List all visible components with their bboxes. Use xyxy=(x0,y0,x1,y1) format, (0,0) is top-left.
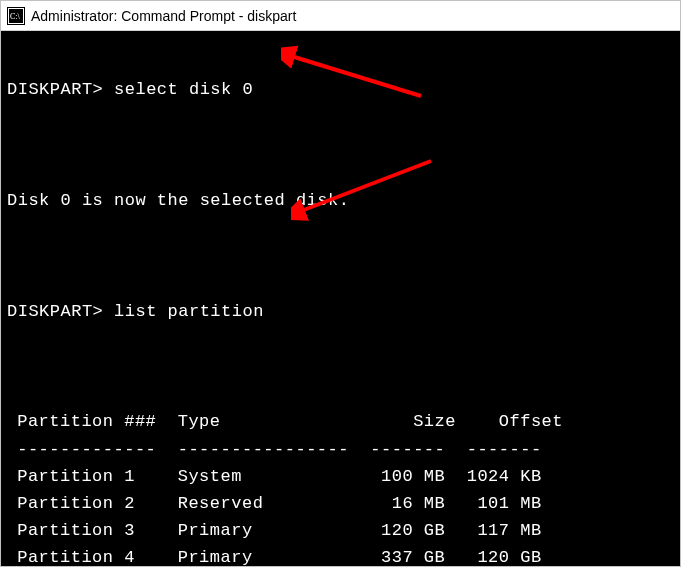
blank-line xyxy=(7,243,670,270)
header-size: Size xyxy=(370,412,456,431)
cmd-icon: C:\ xyxy=(7,7,25,25)
prompt-line-2: DISKPART> list partition xyxy=(7,298,670,325)
header-type: Type xyxy=(178,412,371,431)
command-2: list partition xyxy=(114,302,264,321)
table-row: Partition 2 Reserved 16 MB 101 MB xyxy=(17,494,541,513)
prompt-line-1: DISKPART> select disk 0 xyxy=(7,76,670,103)
table-row: Partition 4 Primary 337 GB 120 GB xyxy=(17,548,541,567)
partition-table: Partition ### Type Size Offset ---------… xyxy=(17,408,670,567)
terminal-output[interactable]: DISKPART> select disk 0 Disk 0 is now th… xyxy=(1,31,680,566)
command-1: select disk 0 xyxy=(114,80,253,99)
prompt: DISKPART> xyxy=(7,302,103,321)
header-partition: Partition ### xyxy=(17,412,178,431)
header-offset: Offset xyxy=(488,412,563,431)
blank-line xyxy=(7,133,670,160)
table-divider-row: ------------- ---------------- ------- -… xyxy=(17,440,541,459)
window-title: Administrator: Command Prompt - diskpart xyxy=(31,8,296,24)
command-prompt-window: C:\ Administrator: Command Prompt - disk… xyxy=(0,0,681,567)
blank-line xyxy=(7,354,670,381)
table-row: Partition 3 Primary 120 GB 117 MB xyxy=(17,521,541,540)
prompt: DISKPART> xyxy=(7,80,103,99)
table-header-row: Partition ### Type Size Offset xyxy=(17,412,563,431)
response-1: Disk 0 is now the selected disk. xyxy=(7,187,670,214)
table-row: Partition 1 System 100 MB 1024 KB xyxy=(17,467,541,486)
titlebar[interactable]: C:\ Administrator: Command Prompt - disk… xyxy=(1,1,680,31)
svg-text:C:\: C:\ xyxy=(10,12,21,21)
